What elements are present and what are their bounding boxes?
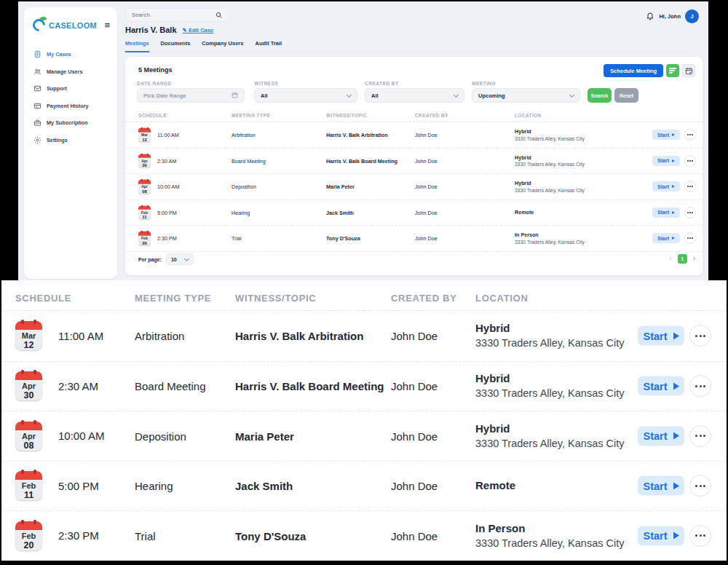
table-row: Mar 12 11:00 AM Arbitration Harris V. Ba… xyxy=(1,311,727,361)
tab-company-users[interactable]: Company Users xyxy=(202,40,243,52)
created-by: John Doe xyxy=(415,132,438,138)
start-button[interactable]: Start xyxy=(652,233,680,243)
current-page[interactable]: 1 xyxy=(678,254,687,264)
hamburger-menu-icon[interactable]: ≡ xyxy=(104,22,110,29)
next-page-button[interactable]: › xyxy=(693,253,695,264)
start-button[interactable]: Start xyxy=(652,181,680,191)
filter-list-button[interactable] xyxy=(666,64,679,77)
table-row: Feb 20 2:30 PM Trial Tony D'Souza John D… xyxy=(1,510,727,561)
meeting-type: Board Meeting xyxy=(232,157,266,164)
tab-audit-trail[interactable]: Audit Trail xyxy=(255,40,282,52)
more-options-button[interactable] xyxy=(684,129,696,141)
meeting-select[interactable]: Upcoming xyxy=(472,88,580,103)
per-page-select[interactable]: 10 xyxy=(166,253,194,265)
calendar-date-icon: Apr 30 xyxy=(15,371,42,400)
meeting-type: Deposition xyxy=(232,183,256,190)
meeting-type: Deposition xyxy=(135,430,186,442)
location: In Person 3330 Traders Alley, Kansas Cit… xyxy=(475,521,624,550)
edit-case-link[interactable]: ✎ Edit Case xyxy=(183,27,214,33)
witness-topic: Harris V. Balk Arbitration xyxy=(326,132,388,138)
col-meeting-type: MEETING TYPE xyxy=(232,113,270,118)
more-options-button[interactable] xyxy=(684,232,696,244)
witness-label: WITNESS xyxy=(254,81,278,86)
created-by: John Doe xyxy=(415,157,438,164)
meeting-time: 5:00 PM xyxy=(58,480,99,492)
start-button[interactable]: Start xyxy=(638,426,684,446)
witness-select[interactable]: All xyxy=(254,88,357,103)
table-row: Feb 11 5:00 PM Hearing Jack Smith John D… xyxy=(1,461,727,511)
calendar-date-icon: Feb 11 xyxy=(15,471,42,500)
calendar-date-icon: Feb 20 xyxy=(15,521,42,550)
pagination: ‹ 1 › xyxy=(669,253,695,264)
sidebar-item-my-cases[interactable]: My Cases xyxy=(24,46,117,63)
user-greeting: Hi, John xyxy=(659,13,681,20)
play-icon xyxy=(672,211,675,214)
play-icon xyxy=(672,159,675,162)
table-row: Feb 11 5:00 PM Hearing Jack Smith John D… xyxy=(125,200,703,226)
meeting-time: 11:00 AM xyxy=(157,132,179,138)
created-by: John Doe xyxy=(391,330,438,342)
tab-documents[interactable]: Documents xyxy=(161,40,191,52)
start-button[interactable]: Start xyxy=(652,156,680,166)
chevron-down-icon xyxy=(569,92,574,97)
meeting-time: 2:30 AM xyxy=(157,157,176,164)
notification-bell-icon[interactable] xyxy=(646,12,654,20)
play-icon xyxy=(672,185,675,188)
witness-topic: Harris V. Balk Arbitration xyxy=(235,330,363,342)
schedule-meeting-button[interactable]: Schedule Meeting xyxy=(604,64,663,77)
table-row: Feb 20 2:30 PM Trial Tony D'Souza John D… xyxy=(125,226,703,252)
meetings-count: 5 Meetings xyxy=(138,66,173,74)
more-options-button[interactable] xyxy=(689,325,711,347)
play-icon xyxy=(673,532,679,540)
more-options-button[interactable] xyxy=(689,525,711,547)
search-input[interactable] xyxy=(132,12,215,18)
search-filter-button[interactable]: Search xyxy=(587,88,612,103)
start-button[interactable]: Start xyxy=(638,526,684,545)
meeting-time: 2:30 AM xyxy=(58,380,98,392)
start-button[interactable]: Start xyxy=(638,326,684,346)
card-icon xyxy=(33,102,41,110)
tab-meetings[interactable]: Meetings xyxy=(125,40,149,52)
sidebar-item-settings[interactable]: Settings xyxy=(24,132,117,149)
more-options-button[interactable] xyxy=(689,475,711,497)
witness-topic: Jack Smith xyxy=(326,209,354,216)
col-witness: WITNESS/TOPIC xyxy=(235,293,316,304)
more-options-button[interactable] xyxy=(689,375,711,397)
created-by: John Doe xyxy=(391,430,438,442)
sidebar-item-manage-users[interactable]: Manage Users xyxy=(24,63,117,81)
more-options-button[interactable] xyxy=(684,155,696,167)
app-screenshot: CASELOOM ≡ My Cases Manage Users Support… xyxy=(18,1,708,280)
table-row: Apr 08 10:00 AM Deposition Maria Peter J… xyxy=(125,174,703,200)
calendar-edit-icon xyxy=(685,67,693,75)
previous-page-button[interactable]: ‹ xyxy=(669,253,671,264)
sidebar-item-support[interactable]: Support xyxy=(24,80,117,98)
created-by-select[interactable]: All xyxy=(365,88,464,103)
date-range-input[interactable]: Pick Date Range xyxy=(137,88,245,103)
witness-topic: Harris V. Balk Board Meeting xyxy=(235,380,384,392)
search-icon xyxy=(215,12,223,19)
start-button[interactable]: Start xyxy=(652,208,680,218)
sidebar-item-payment-history[interactable]: Payment History xyxy=(24,98,117,115)
created-by: John Doe xyxy=(415,183,438,190)
start-button[interactable]: Start xyxy=(638,376,684,396)
meeting-type: Arbitration xyxy=(135,330,184,342)
table-row: Apr 30 2:30 AM Board Meeting Harris V. B… xyxy=(125,149,703,175)
calendar-view-button[interactable] xyxy=(682,64,695,77)
cases-icon xyxy=(33,50,41,58)
meetings-panel: 5 Meetings Schedule Meeting DATE RANGE W… xyxy=(125,57,703,275)
reset-filter-button[interactable]: Reset xyxy=(614,88,638,103)
more-options-button[interactable] xyxy=(684,207,696,218)
meeting-time: 11:00 AM xyxy=(58,330,103,342)
start-button[interactable]: Start xyxy=(638,476,684,496)
col-schedule: SCHEDULE xyxy=(138,113,167,118)
start-button[interactable]: Start xyxy=(652,130,680,140)
location: Hybrid 3330 Traders Alley, Kansas City xyxy=(475,422,624,451)
calendar-date-icon: Mar 12 xyxy=(15,321,42,350)
col-meeting-type: MEETING TYPE xyxy=(135,293,211,304)
more-options-button[interactable] xyxy=(689,425,711,447)
user-avatar[interactable]: J xyxy=(685,9,699,23)
search-input-wrapper xyxy=(125,8,229,22)
sidebar-item-my-subscription[interactable]: My Subscription xyxy=(24,114,117,132)
magnified-table-section: SCHEDULE MEETING TYPE WITNESS/TOPIC CREA… xyxy=(1,280,727,561)
more-options-button[interactable] xyxy=(684,181,696,192)
